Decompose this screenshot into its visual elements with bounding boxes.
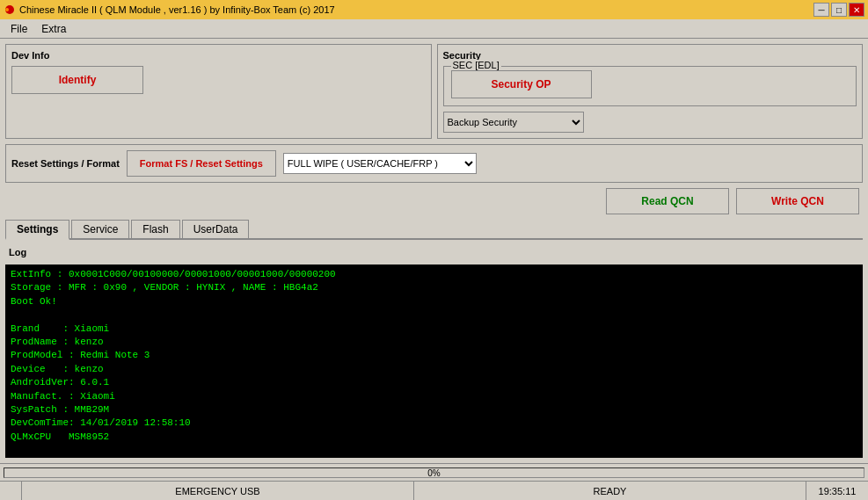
terminal-line: ExtInfo : 0x0001C000/00100000/00001000/0… <box>11 268 857 281</box>
terminal-line: QLMxCPU MSM8952 <box>11 431 857 444</box>
statusbar: EMERGENCY USB READY 19:35:11 <box>0 481 868 500</box>
status-emergency: EMERGENCY USB <box>22 482 414 500</box>
menubar: File Extra <box>0 19 868 39</box>
terminal-line: Boot Ok! <box>11 295 857 308</box>
security-panel: Security SEC [EDL] Security OP Backup Se… <box>437 44 864 139</box>
window-controls: ─ □ ✕ <box>813 3 864 17</box>
identify-button[interactable]: Identify <box>11 66 143 94</box>
security-op-button[interactable]: Security OP <box>451 70 592 98</box>
dev-info-title: Dev Info <box>11 50 426 61</box>
window-title: Chinese Miracle II ( QLM Module , ver1.1… <box>19 4 335 15</box>
menu-file[interactable]: File <box>4 21 34 37</box>
terminal-line: SysPatch : MMB29M <box>11 403 857 417</box>
terminal-line: USERData : ENCRYPTED <box>11 457 857 458</box>
progress-text: 0% <box>4 468 864 479</box>
log-label: Log <box>9 247 26 257</box>
tab-service[interactable]: Service <box>71 220 129 238</box>
titlebar-left: Chinese Miracle II ( QLM Module , ver1.1… <box>4 4 335 16</box>
status-ready: READY <box>414 482 806 500</box>
terminal-line <box>11 444 857 457</box>
terminal-line: Brand : Xiaomi <box>11 322 857 336</box>
tab-settings[interactable]: Settings <box>5 220 69 240</box>
dev-info-panel: Dev Info Identify <box>5 44 432 139</box>
close-button[interactable]: ✕ <box>849 3 864 17</box>
tabs-row: Settings Service Flash UserData <box>5 220 863 240</box>
terminal-line <box>11 308 857 322</box>
progress-area: 0% <box>0 463 868 481</box>
progress-bar-container: 0% <box>4 467 864 478</box>
terminal-line: Device : kenzo <box>11 363 857 376</box>
menu-extra[interactable]: Extra <box>34 21 73 37</box>
tab-userdata[interactable]: UserData <box>182 220 250 238</box>
status-time: 19:35:11 <box>806 482 868 500</box>
main-content: Dev Info Identify Security SEC [EDL] Sec… <box>0 39 868 463</box>
backup-security-dropdown[interactable]: Backup Security <box>443 112 584 133</box>
status-spacer <box>0 482 22 500</box>
write-qcn-button[interactable]: Write QCN <box>736 188 859 214</box>
qcn-row: Read QCN Write QCN <box>5 188 863 214</box>
format-button[interactable]: Format FS / Reset Settings <box>127 150 276 177</box>
security-title: Security <box>443 50 857 61</box>
tab-flash[interactable]: Flash <box>131 220 179 238</box>
read-qcn-button[interactable]: Read QCN <box>606 188 729 214</box>
terminal-line: Storage : MFR : 0x90 , VENDOR : HYNIX , … <box>11 281 857 294</box>
maximize-button[interactable]: □ <box>831 3 847 17</box>
sec-edl-label: SEC [EDL] <box>451 60 501 70</box>
reset-label: Reset Settings / Format <box>11 158 120 169</box>
terminal-output[interactable]: ExtInfo : 0x0001C000/00100000/00001000/0… <box>5 264 863 458</box>
svg-point-1 <box>5 8 9 11</box>
sec-edl-group: SEC [EDL] Security OP <box>443 66 857 106</box>
terminal-line: ProdName : kenzo <box>11 336 857 349</box>
terminal-line: Manufact. : Xiaomi <box>11 390 857 403</box>
terminal-line: DevComTime: 14/01/2019 12:58:10 <box>11 417 857 430</box>
top-row: Dev Info Identify Security SEC [EDL] Sec… <box>5 44 863 139</box>
terminal-line: AndroidVer: 6.0.1 <box>11 376 857 389</box>
minimize-button[interactable]: ─ <box>813 3 829 17</box>
titlebar: Chinese Miracle II ( QLM Module , ver1.1… <box>0 0 868 19</box>
log-area: Log <box>5 245 863 259</box>
wipe-dropdown[interactable]: FULL WIPE ( USER/CACHE/FRP ) <box>283 153 477 174</box>
reset-row: Reset Settings / Format Format FS / Rese… <box>5 144 863 183</box>
terminal-line: ProdModel : Redmi Note 3 <box>11 349 857 362</box>
app-icon <box>4 4 16 16</box>
